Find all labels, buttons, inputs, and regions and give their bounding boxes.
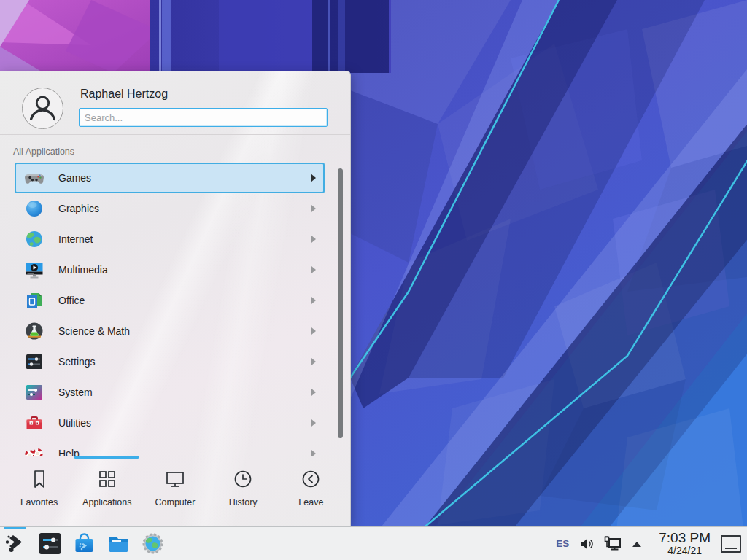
clock-icon: [231, 467, 255, 491]
file-manager-button[interactable]: [107, 532, 131, 556]
category-label: Science & Math: [58, 325, 130, 337]
header-separator: [0, 134, 350, 135]
category-label: Multimedia: [58, 264, 108, 276]
tab-favorites[interactable]: Favorites: [5, 459, 73, 524]
tabbar-separator: [7, 456, 344, 456]
category-label: System: [58, 386, 93, 398]
category-science-math[interactable]: Science & Math: [15, 316, 325, 346]
category-internet[interactable]: Internet: [15, 224, 325, 254]
sphere-icon: [25, 199, 44, 218]
tab-leave[interactable]: Leave: [277, 459, 345, 524]
search-input[interactable]: [79, 108, 328, 127]
system-tray: ES 7:03 PM 4/24/21: [556, 531, 741, 557]
lifebuoy-icon: [25, 444, 44, 456]
kickoff-launcher-button[interactable]: [4, 532, 28, 556]
tab-label: History: [229, 497, 258, 508]
tray-expander-icon[interactable]: [631, 540, 643, 548]
launcher-open-indicator: [4, 527, 26, 529]
category-label: Utilities: [58, 417, 91, 429]
list-scrollbar[interactable]: [338, 168, 343, 438]
grid-icon: [96, 467, 119, 491]
launcher-tabbar: Favorites Applications Computer: [5, 459, 345, 524]
desktop: Raphael Hertzog All Applications Games: [0, 0, 747, 560]
taskbar-panel: ES 7:03 PM 4/24/21: [0, 526, 747, 560]
digital-clock[interactable]: 7:03 PM 4/24/21: [659, 531, 711, 557]
kickoff-launcher-icon: [4, 532, 28, 556]
category-label: Office: [58, 295, 85, 306]
web-browser-icon: [141, 532, 165, 556]
monitor-play-icon: [25, 260, 44, 279]
submenu-arrow-icon: [311, 358, 316, 365]
application-launcher-popup: Raphael Hertzog All Applications Games: [0, 71, 351, 526]
category-help[interactable]: Help: [15, 438, 325, 456]
category-label: Games: [58, 172, 91, 184]
network-icon[interactable]: [603, 535, 622, 553]
tab-applications[interactable]: Applications: [73, 459, 141, 524]
submenu-arrow-icon: [311, 389, 316, 396]
tab-label: Leave: [298, 497, 323, 508]
submenu-arrow-icon: [311, 450, 316, 456]
user-avatar[interactable]: [22, 88, 63, 129]
category-label: Internet: [58, 233, 93, 245]
category-system[interactable]: System: [15, 377, 325, 408]
computer-icon: [163, 467, 187, 491]
category-list: Games Graphics: [15, 163, 325, 456]
volume-icon[interactable]: [578, 536, 595, 552]
submenu-arrow-icon: [311, 327, 316, 335]
clock-date: 4/24/21: [659, 545, 711, 556]
keyboard-layout-indicator[interactable]: ES: [556, 538, 569, 549]
toolbox-icon: [25, 413, 44, 432]
tab-computer[interactable]: Computer: [141, 459, 209, 524]
globe-icon: [25, 230, 44, 249]
category-multimedia[interactable]: Multimedia: [15, 254, 325, 285]
category-graphics[interactable]: Graphics: [15, 193, 325, 224]
clock-time: 7:03 PM: [659, 531, 711, 546]
tab-label: Computer: [155, 497, 196, 508]
category-label: Help: [58, 448, 80, 456]
tab-label: Applications: [82, 497, 131, 508]
flask-icon: [25, 322, 44, 341]
user-icon: [23, 88, 63, 128]
system-settings-button[interactable]: [38, 532, 62, 556]
documents-icon: [25, 291, 44, 310]
discover-button[interactable]: [72, 532, 96, 556]
tab-label: Favorites: [20, 497, 58, 508]
submenu-arrow-icon: [311, 297, 316, 304]
category-label: Settings: [58, 356, 96, 368]
tab-history[interactable]: History: [209, 459, 277, 524]
category-office[interactable]: Office: [15, 285, 325, 316]
show-desktop-button[interactable]: [721, 535, 741, 553]
submenu-arrow-icon: [311, 266, 316, 273]
sliders-icon: [25, 352, 44, 371]
discover-icon: [72, 532, 96, 556]
launcher-header: Raphael Hertzog: [0, 71, 350, 134]
system-settings-icon: [38, 532, 62, 556]
section-label: All Applications: [13, 147, 74, 157]
category-settings[interactable]: Settings: [15, 346, 325, 377]
category-label: Graphics: [58, 203, 99, 214]
submenu-arrow-icon: [311, 174, 316, 182]
web-browser-button[interactable]: [141, 532, 165, 556]
gamepad-icon: [25, 168, 44, 187]
submenu-arrow-icon: [311, 236, 316, 243]
file-manager-icon: [107, 532, 131, 556]
system-sliders-icon: [25, 383, 44, 402]
bookmark-icon: [28, 467, 51, 491]
category-utilities[interactable]: Utilities: [15, 408, 325, 438]
submenu-arrow-icon: [311, 419, 316, 427]
user-name: Raphael Hertzog: [80, 88, 168, 101]
submenu-arrow-icon: [311, 205, 316, 212]
leave-icon: [299, 467, 322, 491]
category-games[interactable]: Games: [15, 163, 325, 193]
